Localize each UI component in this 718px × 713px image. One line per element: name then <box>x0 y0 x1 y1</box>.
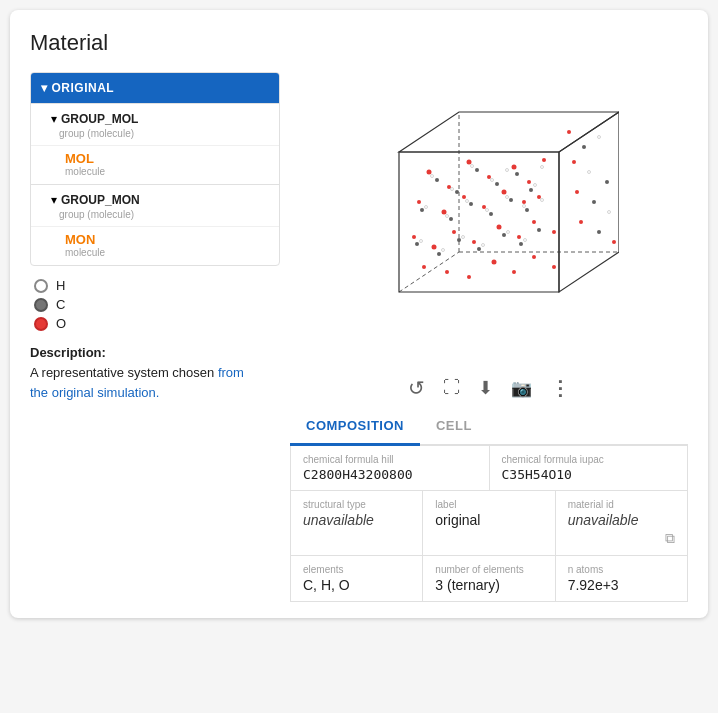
table-row: chemical formula hill C2800H43200800 che… <box>291 446 687 491</box>
tree-group-mol-header[interactable]: ▾ GROUP_MOL <box>31 104 279 128</box>
svg-point-43 <box>469 202 473 206</box>
tree-group-mon-header[interactable]: ▾ GROUP_MON <box>31 185 279 209</box>
legend-o-circle <box>34 317 48 331</box>
leaf-mol-label: MOL <box>65 151 269 166</box>
description-text: A representative system chosen from the … <box>30 363 280 402</box>
svg-point-52 <box>519 242 523 246</box>
svg-point-50 <box>477 247 481 251</box>
cell-formula-hill: chemical formula hill C2800H43200800 <box>291 446 490 490</box>
svg-point-18 <box>522 200 526 204</box>
svg-point-36 <box>455 190 459 194</box>
svg-point-85 <box>612 240 616 244</box>
svg-point-55 <box>451 188 454 191</box>
material-id-value: unavailable <box>568 512 675 528</box>
svg-point-11 <box>527 180 531 184</box>
formula-hill-label: chemical formula hill <box>303 454 477 465</box>
tree-leaf-mol[interactable]: MOL molecule <box>31 145 279 184</box>
svg-point-8 <box>467 160 472 165</box>
svg-point-21 <box>432 245 437 250</box>
page-title: Material <box>30 30 688 56</box>
tabs-section: COMPOSITION CELL chemical formula hill C… <box>290 408 688 602</box>
svg-point-63 <box>466 200 469 203</box>
svg-marker-1 <box>399 112 619 152</box>
svg-point-64 <box>486 209 489 212</box>
material-id-label: material id <box>568 499 675 510</box>
svg-point-15 <box>462 195 466 199</box>
tree-group-mon: ▾ GROUP_MON group (molecule) MON molecul… <box>31 184 279 265</box>
right-panel: ↺ ⛶ ⬇ 📷 ⋮ COMPOSITION CELL chemical form… <box>290 72 688 602</box>
label-label: label <box>435 499 542 510</box>
tree-leaf-mon[interactable]: MON molecule <box>31 226 279 265</box>
legend-c: C <box>34 297 280 312</box>
svg-line-3 <box>399 252 459 292</box>
svg-point-72 <box>507 231 510 234</box>
svg-point-29 <box>445 270 449 274</box>
description-link[interactable]: the original simulation. <box>30 385 159 400</box>
rotate-icon[interactable]: ↺ <box>408 376 425 400</box>
formula-hill-value: C2800H43200800 <box>303 467 477 482</box>
svg-point-69 <box>442 249 445 252</box>
n-atoms-value: 7.92e+3 <box>568 577 675 593</box>
svg-point-78 <box>588 171 591 174</box>
svg-point-58 <box>506 169 509 172</box>
viz-toolbar: ↺ ⛶ ⬇ 📷 ⋮ <box>404 376 574 400</box>
structural-type-label: structural type <box>303 499 410 510</box>
svg-point-35 <box>435 178 439 182</box>
svg-point-59 <box>534 184 537 187</box>
svg-point-17 <box>502 190 507 195</box>
group-mol-label: GROUP_MOL <box>61 112 138 126</box>
legend-h: H <box>34 278 280 293</box>
group-mon-label: GROUP_MON <box>61 193 140 207</box>
svg-point-41 <box>420 208 424 212</box>
svg-point-77 <box>572 160 576 164</box>
svg-point-46 <box>525 208 529 212</box>
tab-composition[interactable]: COMPOSITION <box>290 408 420 446</box>
description: Description: A representative system cho… <box>30 345 280 402</box>
svg-point-74 <box>567 130 571 134</box>
tab-cell[interactable]: CELL <box>420 408 488 446</box>
svg-point-26 <box>532 220 536 224</box>
legend: H C O <box>30 278 280 331</box>
svg-point-48 <box>437 252 441 256</box>
label-value: original <box>435 512 542 528</box>
description-label: Description: <box>30 345 106 360</box>
num-elements-label: number of elements <box>435 564 542 575</box>
download-icon[interactable]: ⬇ <box>478 377 493 399</box>
svg-point-13 <box>417 200 421 204</box>
composition-table: chemical formula hill C2800H43200800 che… <box>290 446 688 602</box>
svg-point-75 <box>582 145 586 149</box>
copy-icon[interactable]: ⧉ <box>665 530 675 547</box>
svg-point-31 <box>492 260 497 265</box>
tree-root-item[interactable]: ▾ ORIGINAL <box>31 73 279 103</box>
svg-point-22 <box>452 230 456 234</box>
svg-point-9 <box>487 175 491 179</box>
svg-point-53 <box>537 228 541 232</box>
tree: ▾ ORIGINAL ▾ GROUP_MOL group (molecule) … <box>30 72 280 266</box>
n-atoms-label: n atoms <box>568 564 675 575</box>
fullscreen-icon[interactable]: ⛶ <box>443 378 460 398</box>
svg-point-49 <box>457 238 461 242</box>
svg-point-80 <box>575 190 579 194</box>
leaf-mon-label: MON <box>65 232 269 247</box>
svg-point-30 <box>467 275 471 279</box>
tree-root-label: ORIGINAL <box>52 81 115 95</box>
cell-num-elements: number of elements 3 (ternary) <box>423 556 555 601</box>
svg-point-65 <box>506 196 509 199</box>
svg-point-66 <box>523 205 526 208</box>
group-mol-sublabel: group (molecule) <box>31 128 279 145</box>
svg-point-34 <box>552 265 556 269</box>
leaf-mol-sub: molecule <box>65 166 269 182</box>
main-card: Material ▾ ORIGINAL ▾ GROUP_MOL group (m… <box>10 10 708 618</box>
camera-icon[interactable]: 📷 <box>511 378 532 399</box>
svg-point-51 <box>502 233 506 237</box>
svg-point-42 <box>449 217 453 221</box>
elements-value: C, H, O <box>303 577 410 593</box>
svg-point-28 <box>422 265 426 269</box>
svg-point-19 <box>537 195 541 199</box>
svg-point-10 <box>512 165 517 170</box>
table-row: elements C, H, O number of elements 3 (t… <box>291 556 687 601</box>
svg-point-73 <box>524 239 527 242</box>
formula-iupac-value: C35H54O10 <box>502 467 676 482</box>
more-icon[interactable]: ⋮ <box>550 376 570 400</box>
svg-point-6 <box>427 170 432 175</box>
